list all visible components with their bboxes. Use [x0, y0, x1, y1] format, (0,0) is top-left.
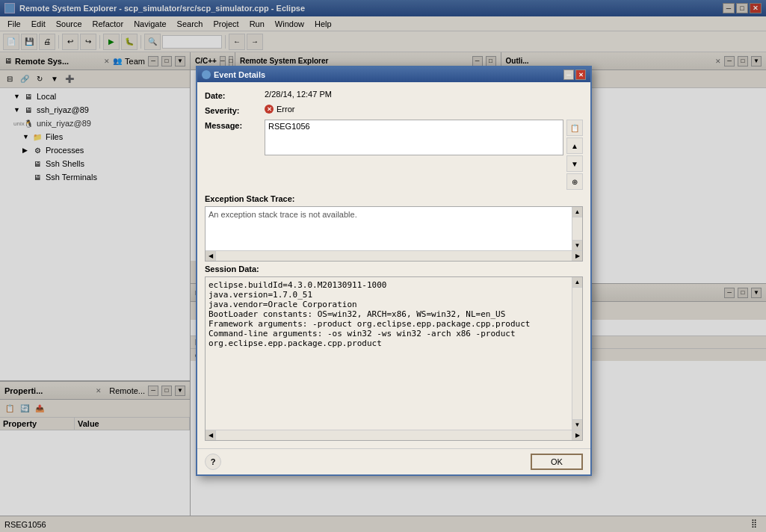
stack-hscroll: ◀ ▶ — [206, 250, 582, 261]
session-line-0: eclipse.buildId=4.3.0.M20130911-1000 — [209, 280, 569, 290]
error-text: Error — [277, 105, 294, 114]
message-buttons: 📋 ▲ ▼ ⊕ — [566, 120, 583, 190]
expand-button[interactable]: ⊕ — [566, 173, 583, 190]
stack-scroll-track[interactable] — [572, 217, 582, 240]
stack-trace-label: Exception Stack Trace: — [205, 194, 583, 203]
modal-titlebar: Event Details ─ ✕ — [197, 67, 590, 82]
session-section: Session Data: eclipse.buildId=4.3.0.M201… — [205, 265, 583, 441]
message-box: RSEG1056 📋 ▲ ▼ ⊕ — [265, 120, 583, 190]
copy-button[interactable]: 📋 — [566, 120, 583, 136]
error-badge: ✕ Error — [265, 105, 583, 114]
message-text[interactable]: RSEG1056 — [265, 120, 563, 155]
session-hscroll-right[interactable]: ▶ — [572, 430, 582, 440]
modal-controls[interactable]: ─ ✕ — [563, 69, 586, 80]
stack-hscroll-right[interactable]: ▶ — [572, 251, 582, 261]
session-hscroll-track[interactable] — [216, 430, 572, 440]
session-hscroll: ◀ ▶ — [206, 430, 582, 440]
session-line-4: Framework arguments: -product org.eclips… — [209, 319, 569, 329]
modal-footer: ? OK — [197, 448, 590, 474]
error-circle-icon: ✕ — [265, 105, 274, 114]
help-button[interactable]: ? — [205, 454, 221, 470]
stack-trace-content: An exception stack trace is not availabl… — [206, 207, 572, 250]
date-label: Date: — [205, 90, 265, 100]
session-scrollbar: ▲ ▼ — [572, 277, 582, 430]
session-scroll-down[interactable]: ▼ — [572, 419, 582, 430]
stack-scroll-down[interactable]: ▼ — [572, 240, 582, 250]
event-details-dialog: Event Details ─ ✕ Date: 2/28/14, 12:47 P… — [196, 66, 592, 476]
session-label: Session Data: — [205, 265, 583, 273]
date-value: 2/28/14, 12:47 PM — [265, 90, 583, 99]
session-scroll-track[interactable] — [572, 288, 582, 419]
stack-scrollbar: ▲ ▼ — [572, 207, 582, 250]
session-line-2: java.vendor=Oracle Corporation — [209, 300, 569, 309]
ok-button[interactable]: OK — [531, 454, 583, 470]
severity-label: Severity: — [205, 105, 265, 115]
stack-trace-container: An exception stack trace is not availabl… — [205, 206, 583, 262]
stack-hscroll-track[interactable] — [216, 251, 572, 261]
session-line-5: Command-line arguments: -os win32 -ws wi… — [209, 329, 569, 348]
stack-hscroll-left[interactable]: ◀ — [206, 251, 216, 261]
modal-dialog-icon — [202, 70, 211, 79]
modal-title: Event Details — [202, 70, 563, 79]
severity-row: Severity: ✕ Error — [205, 105, 583, 115]
modal-body: Date: 2/28/14, 12:47 PM Severity: ✕ Erro… — [197, 82, 590, 448]
session-inner: eclipse.buildId=4.3.0.M20130911-1000 jav… — [206, 277, 582, 430]
scroll-down-btn[interactable]: ▼ — [566, 155, 583, 172]
message-label: Message: — [205, 120, 265, 130]
modal-close[interactable]: ✕ — [575, 69, 586, 80]
message-row: Message: RSEG1056 📋 ▲ ▼ ⊕ — [205, 120, 583, 190]
session-line-1: java.version=1.7.0_51 — [209, 290, 569, 300]
scroll-up-btn[interactable]: ▲ — [566, 137, 583, 154]
session-line-3: BootLoader constants: OS=win32, ARCH=x86… — [209, 309, 569, 319]
stack-trace-section: Exception Stack Trace: An exception stac… — [205, 194, 583, 262]
stack-trace-inner: An exception stack trace is not availabl… — [206, 207, 582, 250]
modal-minimize[interactable]: ─ — [563, 69, 574, 80]
severity-value: ✕ Error — [265, 105, 583, 114]
session-container: eclipse.buildId=4.3.0.M20130911-1000 jav… — [205, 276, 583, 441]
date-row: Date: 2/28/14, 12:47 PM — [205, 90, 583, 100]
session-scroll-up[interactable]: ▲ — [572, 277, 582, 288]
session-content[interactable]: eclipse.buildId=4.3.0.M20130911-1000 jav… — [206, 277, 572, 430]
modal-overlay: Event Details ─ ✕ Date: 2/28/14, 12:47 P… — [0, 0, 766, 532]
stack-scroll-up[interactable]: ▲ — [572, 207, 582, 217]
modal-title-text: Event Details — [214, 70, 265, 79]
session-hscroll-left[interactable]: ◀ — [206, 430, 216, 440]
